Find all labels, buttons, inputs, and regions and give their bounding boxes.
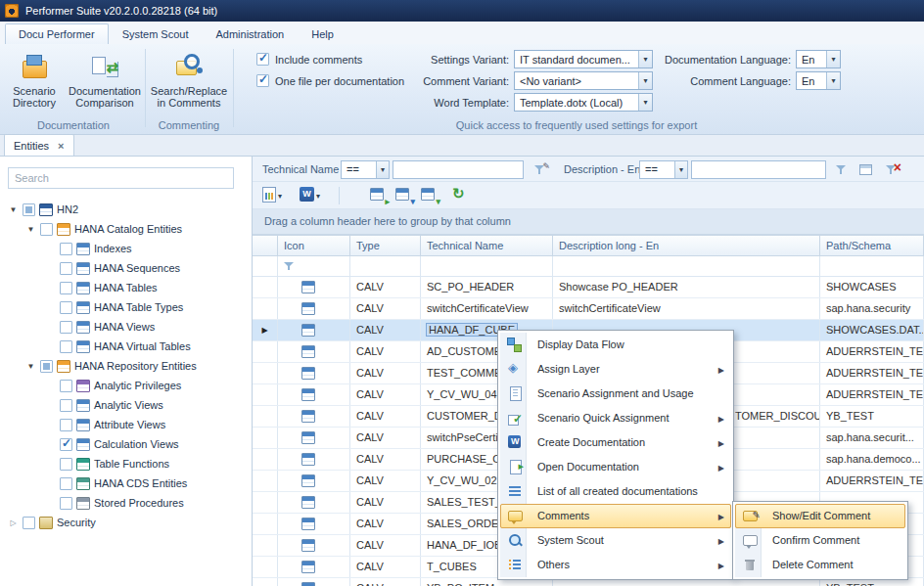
tree-item[interactable]: Analytic Views: [0, 395, 252, 415]
tree-checkbox[interactable]: [60, 497, 72, 510]
scenario-directory-button[interactable]: Scenario Directory: [4, 49, 65, 119]
context-menu-item[interactable]: List of all created documentations ▶: [500, 479, 731, 504]
auto-filter-cell[interactable]: [820, 256, 924, 276]
tree-item[interactable]: HN2: [0, 200, 252, 219]
table-row[interactable]: ▶ CALV switchCertificateView switchCerti…: [253, 298, 924, 320]
tree-checkbox[interactable]: [60, 262, 72, 275]
refresh-button[interactable]: ↻: [452, 185, 465, 203]
context-menu-item[interactable]: Assign Layer ▶: [500, 357, 731, 382]
filter-icon[interactable]: [832, 160, 852, 179]
tree-item[interactable]: Attribute Views: [0, 415, 252, 434]
auto-filter-icon-cell[interactable]: [278, 256, 350, 276]
documentation-comparison-button[interactable]: Documentation Comparison: [67, 49, 143, 119]
tree-item[interactable]: HANA Table Types: [0, 297, 252, 317]
submenu-item[interactable]: Confirm Comment ▶: [735, 528, 905, 553]
tree-checkbox[interactable]: [60, 282, 72, 294]
checkbox-option[interactable]: Include comments: [256, 53, 404, 66]
submenu-item[interactable]: Show/Edit Comment ▶: [735, 504, 905, 528]
tree-item[interactable]: Analytic Privileges: [0, 376, 252, 395]
close-icon[interactable]: ×: [58, 136, 64, 156]
context-menu-item[interactable]: Comments ▶: [500, 504, 731, 528]
export-list-button[interactable]: ▾: [421, 187, 439, 204]
header-icon-column[interactable]: Icon: [278, 236, 350, 255]
expander-icon[interactable]: [8, 518, 19, 527]
language-dropdown[interactable]: En ▾: [796, 50, 841, 68]
row-technical-name[interactable]: switchCertificateView: [421, 298, 553, 319]
export-excel-button[interactable]: ▸: [370, 187, 388, 204]
ribbon-tab[interactable]: Administration: [203, 23, 299, 44]
tree-checkbox[interactable]: [60, 380, 72, 392]
header-technical-name-column[interactable]: Technical Name: [421, 236, 553, 255]
header-type-column[interactable]: Type: [350, 236, 421, 255]
tree-checkbox[interactable]: [60, 340, 72, 353]
filter-editor-icon[interactable]: [856, 160, 876, 179]
ribbon-tab[interactable]: Help: [298, 23, 347, 44]
expander-icon[interactable]: [25, 362, 36, 371]
ribbon-tab[interactable]: System Scout: [109, 23, 203, 44]
context-menu-item[interactable]: Open Documentation ▶: [500, 455, 731, 479]
tree-checkbox[interactable]: [60, 399, 72, 412]
word-document-dropdown-button[interactable]: ▾: [298, 187, 322, 206]
tree-checkbox[interactable]: [60, 321, 72, 334]
tree-item[interactable]: HANA Catalog Entities: [0, 219, 252, 239]
edit-filter-icon[interactable]: ✎: [531, 160, 550, 179]
table-row[interactable]: ▶ CALV SC_PO_HEADER Showcase PO_HEADER S…: [253, 277, 924, 298]
tree-checkbox[interactable]: [60, 458, 72, 471]
export-grid-button[interactable]: ▾: [395, 187, 413, 204]
context-menu-item[interactable]: Display Data Flow ▶: [500, 333, 731, 357]
tree-item[interactable]: HANA Tables: [0, 278, 252, 297]
tree-checkbox[interactable]: [60, 438, 72, 451]
tree-item[interactable]: HANA Virtual Tables: [0, 337, 252, 356]
checkbox-option[interactable]: One file per documentation: [256, 74, 404, 87]
tree-checkbox[interactable]: [40, 360, 53, 373]
tree-item[interactable]: Stored Procedures: [0, 493, 252, 513]
tab-entities[interactable]: Entities ×: [4, 134, 74, 156]
tree-item[interactable]: HANA Repository Entities: [0, 356, 252, 376]
settings-dropdown[interactable]: IT standard documen... ▾: [514, 50, 653, 68]
context-menu-item[interactable]: Scenario Quick Assignment ▶: [500, 406, 731, 430]
expander-icon[interactable]: [25, 225, 36, 234]
header-path-schema-column[interactable]: Path/Schema: [820, 236, 924, 255]
context-menu-item[interactable]: Create Documentation ▶: [500, 430, 731, 455]
tree-checkbox[interactable]: [23, 203, 35, 216]
tree-item[interactable]: Security: [0, 513, 252, 532]
row-technical-name[interactable]: SC_PO_HEADER: [421, 277, 553, 297]
search-replace-comments-button[interactable]: Search/Replace in Comments: [149, 49, 229, 119]
technical-name-filter-input[interactable]: [393, 160, 524, 179]
checkbox[interactable]: [256, 74, 269, 87]
description-operator-dropdown[interactable]: == ▾: [639, 160, 688, 179]
context-menu-item[interactable]: Scenario Assignment and Usage ▶: [500, 382, 731, 406]
tree-checkbox[interactable]: [60, 301, 72, 314]
tree-checkbox[interactable]: [60, 243, 72, 255]
tree-item[interactable]: Calculation Views: [0, 434, 252, 454]
technical-name-operator-dropdown[interactable]: == ▾: [341, 160, 390, 179]
auto-filter-cell[interactable]: [350, 256, 421, 276]
tree-checkbox[interactable]: [60, 477, 72, 490]
tree-item[interactable]: HANA CDS Entities: [0, 473, 252, 493]
ribbon-tab[interactable]: Docu Performer: [5, 23, 109, 44]
auto-filter-row[interactable]: [253, 256, 924, 277]
tree-item[interactable]: HANA Views: [0, 317, 252, 337]
tree-item[interactable]: Indexes: [0, 239, 252, 258]
expander-icon[interactable]: [8, 205, 19, 214]
header-description-column[interactable]: Description long - En: [553, 236, 820, 255]
clear-filter-icon[interactable]: ×: [882, 160, 901, 179]
context-menu-item[interactable]: System Scout ▶: [500, 528, 731, 553]
group-by-bar[interactable]: Drag a column header here to group by th…: [253, 209, 924, 235]
tree-checkbox[interactable]: [60, 419, 72, 431]
tree-item[interactable]: Table Functions: [0, 454, 252, 473]
auto-filter-cell[interactable]: [553, 256, 820, 276]
settings-dropdown[interactable]: Template.dotx (Local) ▾: [514, 93, 653, 112]
tree-checkbox[interactable]: [23, 517, 35, 529]
search-input[interactable]: [8, 167, 234, 189]
language-dropdown[interactable]: En ▾: [796, 71, 841, 90]
settings-dropdown[interactable]: <No variant> ▾: [514, 71, 653, 90]
checkbox[interactable]: [256, 53, 269, 66]
tree-item[interactable]: HANA Sequences: [0, 258, 252, 278]
auto-filter-cell[interactable]: [421, 256, 553, 276]
tree-checkbox[interactable]: [40, 223, 53, 236]
word-report-dropdown-button[interactable]: ▾: [260, 187, 284, 206]
description-filter-input[interactable]: [691, 160, 826, 179]
submenu-item[interactable]: Delete Comment ▶: [735, 553, 905, 577]
context-menu-item[interactable]: Others ▶: [500, 553, 731, 577]
